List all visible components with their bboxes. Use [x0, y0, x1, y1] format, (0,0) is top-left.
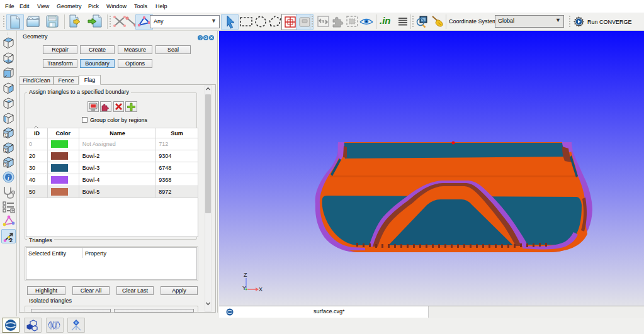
- svg-text:Y: Y: [242, 285, 246, 291]
- svg-text:2: 2: [9, 237, 13, 243]
- svg-text:?: ?: [199, 35, 201, 41]
- svg-text:X: X: [259, 286, 263, 292]
- svg-text:Z: Z: [244, 272, 247, 278]
